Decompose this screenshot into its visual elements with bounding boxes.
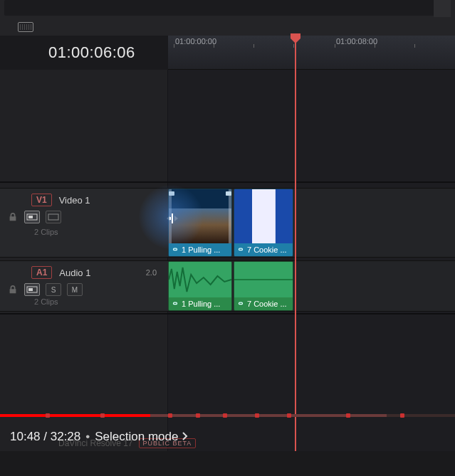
link-icon — [172, 246, 179, 253]
solo-button[interactable]: S — [46, 283, 61, 296]
mute-button[interactable]: M — [67, 283, 83, 296]
clip-label-bar: 7 Cookie ... — [234, 297, 293, 310]
video-clip-count: 2 Clips — [0, 225, 168, 242]
lock-icon[interactable] — [7, 283, 19, 296]
video-clip-2[interactable]: 7 Cookie ... — [234, 189, 293, 257]
spacer-line — [0, 181, 455, 183]
progress-track[interactable] — [0, 414, 455, 417]
tracks-bottom-line — [0, 313, 455, 314]
video-track-name: Video 1 — [59, 195, 90, 206]
timecode-text: 01:00:06:06 — [48, 43, 135, 62]
waveform — [234, 262, 293, 297]
audio-clip-count: 2 Clips — [0, 297, 168, 312]
timeline-panel: 01:00:06:06 01:00:00:00 01:00:08:00 V1 V… — [0, 36, 455, 451]
auto-select-button[interactable] — [24, 283, 40, 296]
lock-icon[interactable] — [7, 211, 19, 223]
player-time-current: 10:48 — [10, 430, 41, 444]
ruler-row: 01:00:06:06 01:00:00:00 01:00:08:00 — [0, 36, 455, 70]
keyboard-icon[interactable] — [18, 22, 33, 32]
audio-track-badge[interactable]: A1 — [31, 266, 52, 279]
link-icon — [237, 246, 244, 253]
link-icon — [237, 300, 244, 307]
trim-cursor-icon — [165, 211, 179, 226]
video-track-lane[interactable]: 1 Pulling ... 7 Cookie ... — [168, 188, 455, 258]
player-chapter-title[interactable]: Selection mode — [95, 430, 178, 444]
video-toggle-button[interactable] — [46, 211, 61, 223]
clip-label-text: 1 Pulling ... — [182, 300, 220, 308]
clip-label-bar: 7 Cookie ... — [234, 243, 293, 256]
top-toolbar-right-block — [434, 0, 451, 17]
clip-label-bar: 1 Pulling ... — [169, 297, 231, 310]
svg-rect-2 — [48, 214, 58, 220]
time-ruler[interactable]: 01:00:00:00 01:00:08:00 — [168, 36, 455, 70]
player-info-row: 10:48 / 32:28 • Selection mode — [0, 423, 455, 451]
audio-track-header[interactable]: A1 Audio 1 2.0 S M 2 Clips — [0, 260, 168, 312]
video-track-badge[interactable]: V1 — [31, 194, 52, 206]
clip-label-bar: 1 Pulling ... — [169, 243, 231, 256]
chevron-right-icon[interactable] — [181, 430, 189, 444]
audio-track-lane[interactable]: 1 Pulling ... 7 Cookie ... — [168, 260, 455, 312]
ruler-label-0: 01:00:00:00 — [175, 37, 216, 46]
audio-clip-1[interactable]: 1 Pulling ... — [168, 261, 232, 311]
player-time-sep: / — [41, 430, 51, 444]
svg-rect-1 — [28, 216, 33, 218]
clip-label-text: 1 Pulling ... — [182, 245, 220, 254]
progress-chapter-markers — [0, 414, 455, 417]
top-toolbar-row — [0, 0, 455, 18]
auto-select-button[interactable] — [24, 211, 40, 223]
player-time-total: 32:28 — [51, 430, 81, 444]
svg-rect-4 — [28, 288, 33, 291]
waveform — [169, 262, 231, 297]
audio-track-name: Audio 1 — [59, 268, 90, 278]
clip-label-text: 7 Cookie ... — [247, 300, 287, 308]
current-timecode-display[interactable]: 01:00:06:06 — [0, 36, 168, 70]
video-track-header[interactable]: V1 Video 1 2 Clips — [0, 188, 168, 258]
video-player-controls: 10:48 / 32:28 • Selection mode — [0, 414, 455, 451]
audio-clip-2[interactable]: 7 Cookie ... — [234, 261, 293, 311]
link-icon — [172, 300, 179, 307]
edit-tools-row — [0, 18, 455, 36]
clip-label-text: 7 Cookie ... — [247, 245, 287, 254]
svg-rect-7 — [172, 213, 173, 223]
top-toolbar-empty — [4, 0, 451, 16]
dot-separator: • — [80, 430, 95, 444]
clip-thumbnail — [234, 189, 293, 243]
svg-rect-8 — [169, 217, 171, 220]
audio-channel-indicator: 2.0 — [146, 268, 157, 277]
ruler-label-1: 01:00:08:00 — [336, 37, 377, 46]
